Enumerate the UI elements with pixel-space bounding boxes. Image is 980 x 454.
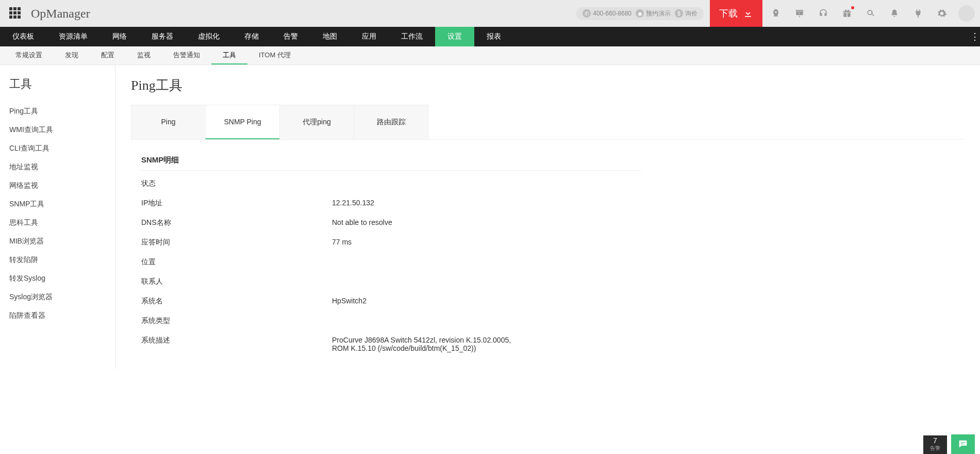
row-systype: 系统类型 (141, 311, 641, 331)
row-key: 应答时间 (141, 238, 332, 247)
plug-icon[interactable] (908, 3, 928, 24)
nav-apps[interactable]: 应用 (350, 27, 389, 46)
headset-icon[interactable] (813, 3, 834, 24)
tab-traceroute[interactable]: 路由跟踪 (354, 105, 428, 139)
row-value: 12.21.50.132 (332, 199, 374, 208)
row-key: 系统名 (141, 297, 332, 306)
row-key: IP地址 (141, 199, 332, 208)
nav-settings[interactable]: 设置 (435, 27, 474, 46)
tool-tabs: Ping SNMP Ping 代理ping 路由跟踪 (131, 105, 965, 140)
apps-grid-icon[interactable] (9, 7, 22, 20)
row-location: 位置 (141, 252, 641, 272)
sidebar-item-syslog-fwd[interactable]: 转发Syslog (9, 269, 106, 288)
download-icon (743, 8, 753, 19)
detail-panel: SNMP明细 状态 IP地址 12.21.50.132 DNS名称 Not ab… (131, 140, 641, 358)
gear-icon[interactable] (932, 3, 952, 24)
sidebar-item-ping[interactable]: Ping工具 (9, 102, 106, 121)
product-logo: OpManager (31, 7, 90, 21)
rocket-icon[interactable] (766, 3, 786, 24)
search-icon[interactable] (860, 3, 881, 24)
download-button[interactable]: 下载 (710, 0, 762, 27)
gift-icon[interactable] (837, 3, 857, 24)
row-sysdesc: 系统描述 ProCurve J8698A Switch 5412zl, revi… (141, 331, 641, 358)
nav-dashboard[interactable]: 仪表板 (0, 27, 46, 46)
nav-virtualization[interactable]: 虚拟化 (186, 27, 232, 46)
subnav-alarm-notify[interactable]: 告警通知 (162, 46, 211, 64)
sidebar-item-trap-fwd[interactable]: 转发陷阱 (9, 251, 106, 269)
page-title: Ping工具 (131, 76, 965, 94)
tab-proxy-ping[interactable]: 代理ping (279, 105, 354, 139)
detail-title: SNMP明细 (141, 150, 641, 171)
sidebar-item-cisco[interactable]: 思科工具 (9, 214, 106, 232)
sidebar-item-addr-monitor[interactable]: 地址监视 (9, 158, 106, 176)
content: Ping工具 Ping SNMP Ping 代理ping 路由跟踪 SNMP明细… (115, 65, 980, 369)
phone-icon: ✆ (583, 9, 591, 18)
main-nav: 仪表板 资源清单 网络 服务器 虚拟化 存储 告警 地图 应用 工作流 设置 报… (0, 27, 980, 46)
nav-more-icon[interactable]: ⋮ (970, 27, 980, 46)
subnav-general[interactable]: 常规设置 (4, 46, 54, 64)
row-value: HpSwitch2 (332, 297, 367, 306)
row-key: 联系人 (141, 277, 332, 286)
row-contact: 联系人 (141, 272, 641, 291)
row-key: 状态 (141, 179, 332, 188)
sub-nav: 常规设置 发现 配置 监视 告警通知 工具 ITOM 代理 (0, 46, 980, 65)
sidebar-item-trap-viewer[interactable]: 陷阱查看器 (9, 306, 106, 325)
subnav-config[interactable]: 配置 (90, 46, 126, 64)
row-key: 系统描述 (141, 336, 332, 352)
sidebar-item-snmp[interactable]: SNMP工具 (9, 195, 106, 214)
presentation-icon[interactable] (789, 3, 810, 24)
header-actions: ✆ 400-660-8680 ◉ 预约演示 $ 询价 下载 (576, 0, 975, 27)
nav-inventory[interactable]: 资源清单 (46, 27, 100, 46)
nav-workflow[interactable]: 工作流 (389, 27, 435, 46)
subnav-monitor[interactable]: 监视 (126, 46, 162, 64)
dollar-icon: $ (675, 9, 683, 18)
top-header: OpManager ✆ 400-660-8680 ◉ 预约演示 $ 询价 下载 (0, 0, 980, 27)
row-ip: IP地址 12.21.50.132 (141, 193, 641, 213)
row-response-time: 应答时间 77 ms (141, 233, 641, 252)
sidebar-item-syslog-browser[interactable]: Syslog浏览器 (9, 288, 106, 306)
subnav-itom-agent[interactable]: ITOM 代理 (247, 46, 302, 64)
row-sysname: 系统名 HpSwitch2 (141, 291, 641, 311)
row-value: Not able to resolve (332, 218, 392, 228)
sidebar: 工具 Ping工具 WMI查询工具 CLI查询工具 地址监视 网络监视 SNMP… (0, 65, 115, 369)
tab-ping[interactable]: Ping (131, 105, 206, 139)
nav-storage[interactable]: 存储 (232, 27, 271, 46)
user-avatar[interactable] (958, 5, 975, 22)
demo-link[interactable]: 预约演示 (646, 9, 671, 18)
phone-number: 400-660-8680 (593, 10, 632, 17)
row-status: 状态 (141, 174, 641, 193)
row-key: DNS名称 (141, 218, 332, 228)
bell-icon[interactable] (884, 3, 905, 24)
nav-server[interactable]: 服务器 (139, 27, 186, 46)
row-dns: DNS名称 Not able to resolve (141, 213, 641, 233)
sidebar-title: 工具 (9, 76, 106, 92)
contact-pill[interactable]: ✆ 400-660-8680 ◉ 预约演示 $ 询价 (576, 7, 704, 20)
record-icon: ◉ (636, 9, 644, 18)
nav-network[interactable]: 网络 (100, 27, 139, 46)
download-label: 下载 (719, 7, 738, 20)
row-value: 77 ms (332, 238, 352, 247)
nav-reports[interactable]: 报表 (474, 27, 513, 46)
subnav-tools[interactable]: 工具 (211, 46, 247, 64)
nav-alarms[interactable]: 告警 (271, 27, 310, 46)
sidebar-item-wmi[interactable]: WMI查询工具 (9, 121, 106, 139)
tab-snmp-ping[interactable]: SNMP Ping (205, 105, 280, 139)
row-value: ProCurve J8698A Switch 5412zl, revision … (332, 336, 518, 352)
row-key: 位置 (141, 257, 332, 267)
sidebar-item-cli[interactable]: CLI查询工具 (9, 139, 106, 158)
nav-maps[interactable]: 地图 (310, 27, 350, 46)
subnav-discovery[interactable]: 发现 (54, 46, 90, 64)
row-key: 系统类型 (141, 316, 332, 326)
sidebar-item-mib[interactable]: MIB浏览器 (9, 232, 106, 251)
quote-link[interactable]: 询价 (685, 9, 697, 18)
sidebar-item-net-monitor[interactable]: 网络监视 (9, 176, 106, 195)
